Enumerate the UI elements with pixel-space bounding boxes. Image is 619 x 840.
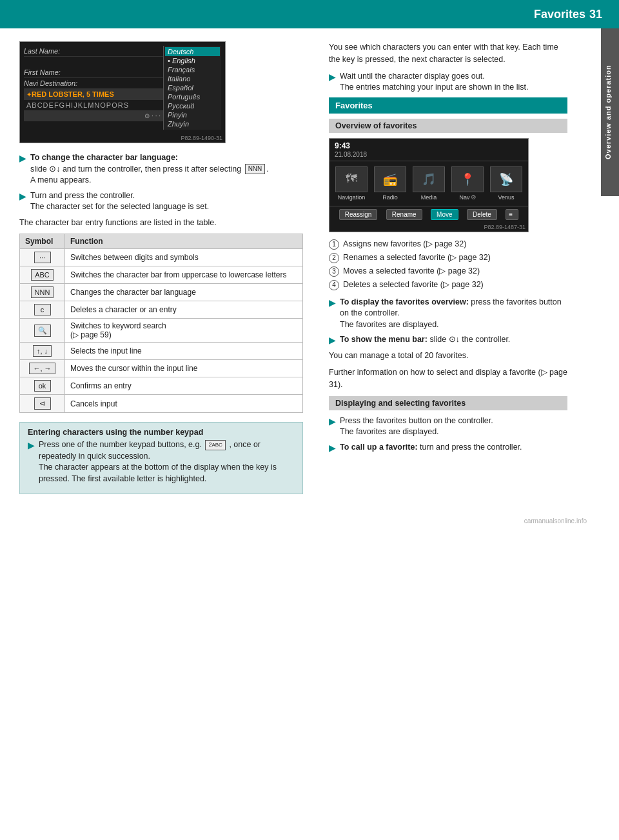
func-keyword-search: Switches to keyword search(▷ page 59) <box>65 319 303 343</box>
table-header-symbol: Symbol <box>20 234 65 249</box>
num-item-1: 1 Assigns new favorites (▷ page 32) <box>329 239 567 250</box>
fav-reassign-btn[interactable]: Reassign <box>339 209 378 220</box>
page-number: 31 <box>585 4 606 25</box>
bullet-press-text: Press the favorites button on the contro… <box>340 415 493 438</box>
bullet-display-bold: To display the favorites overview: <box>340 297 469 306</box>
symbol-nnn: NNN <box>31 286 54 298</box>
func-delete-char: Deletes a character or an entry <box>65 301 303 319</box>
keypad-text1: Press one of the number keypad buttons, … <box>39 440 204 449</box>
symbol-leftright: ←, → <box>29 363 55 374</box>
bullet-call-text: turn and press the controller. <box>420 443 522 452</box>
func-move-cursor: Moves the cursor within the input line <box>65 360 303 377</box>
screenshot-label: P82.89-1490-31 <box>20 134 225 143</box>
numbered-list: 1 Assigns new favorites (▷ page 32) 2 Re… <box>329 239 567 290</box>
further-info-text: Further information on how to select and… <box>329 366 567 391</box>
bullet2-text: Turn and press the controller.The charac… <box>30 191 209 212</box>
screen-dest-icon: ✦ <box>26 91 32 98</box>
bullet1-text2: . <box>266 165 268 174</box>
bullet-arrow-keypad: ▶ <box>28 440 35 450</box>
num-text-2: Renames a selected favorite (▷ page 32) <box>343 252 491 262</box>
bullet-display-favorites: ▶ To display the favorites overview: pre… <box>329 297 567 331</box>
bullet-arrow-wait: ▶ <box>329 72 336 82</box>
fav-move-btn[interactable]: Move <box>431 209 458 220</box>
symbol-updown: ↑, ↓ <box>33 345 52 357</box>
fav-extra-btn[interactable]: ≡ <box>506 209 518 220</box>
info-box-title: Entering characters using the number key… <box>28 428 295 437</box>
screen-bottom-icons: ⊙ · · · <box>144 112 161 119</box>
bullet-call-bold: To call up a favorite: <box>340 443 418 452</box>
num-item-2: 2 Renames a selected favorite (▷ page 32… <box>329 252 567 263</box>
fav-icon-nav-label: Navigation <box>338 194 366 201</box>
fav-icon-media: 🎵 Media <box>413 166 445 201</box>
fav-icon-radio-label: Radio <box>382 194 398 201</box>
bullet-arrow-press: ▶ <box>329 416 336 426</box>
screen-pinyin: Pinyin <box>165 110 220 119</box>
fav-icon-media-box: 🎵 <box>413 166 445 192</box>
function-table: Symbol Function ··· Switches between dig… <box>19 234 303 413</box>
fav-screenshot-label: P82.89-1487-31 <box>329 223 528 232</box>
fav-icon-radio: 📻 Radio <box>374 166 406 201</box>
num-badge-1: 1 <box>329 239 339 250</box>
overview-subheader: Overview of favorites <box>329 119 567 133</box>
page-header: Favorites 31 <box>0 0 619 28</box>
func-digits-symbols: Switches between digits and symbols <box>65 249 303 266</box>
fav-icon-nav-box: 🗺 <box>335 166 368 192</box>
screen-dest-text: RED LOBSTER, 5 TIMES <box>32 90 114 98</box>
func-select-input: Selects the input line <box>65 343 303 360</box>
table-header-function: Function <box>65 234 303 249</box>
fav-time: 9:43 <box>335 141 350 150</box>
symbol-ok: ok <box>34 380 51 392</box>
fav-icon-media-label: Media <box>421 194 437 201</box>
fav-icon-venus-box: 📡 <box>490 166 522 192</box>
screen-zhuyin: Zhuyin <box>165 119 220 128</box>
bullet-wait: ▶ Wait until the character display goes … <box>329 71 567 94</box>
favorites-section-header: Favorites <box>329 97 567 114</box>
bullet-call-up: ▶ To call up a favorite: turn and press … <box>329 442 567 454</box>
main-content: Last Name: First Name: Navi Destination:… <box>0 28 619 515</box>
fav-icons-row: 🗺 Navigation 📻 Radio 🎵 Media 📍 Nav ® 📡 <box>329 161 528 206</box>
screen-english: • English <box>165 56 220 65</box>
screen-francais: Français <box>165 65 220 74</box>
fav-rename-btn[interactable]: Rename <box>386 209 422 220</box>
screen-navi-label: Navi Destination: <box>24 79 77 87</box>
character-bar-screenshot: Last Name: First Name: Navi Destination:… <box>19 41 226 143</box>
num-badge-2: 2 <box>329 253 339 263</box>
symbol-dots: ··· <box>34 252 51 263</box>
num-badge-4: 4 <box>329 280 339 290</box>
num-text-1: Assigns new favorites (▷ page 32) <box>343 239 466 248</box>
table-row: 🔍 Switches to keyword search(▷ page 59) <box>20 319 303 343</box>
func-uppercase-lowercase: Switches the character bar from uppercas… <box>65 266 303 284</box>
bullet-keypad: ▶ Press one of the number keypad buttons… <box>28 439 295 485</box>
bullet-arrow-menu: ▶ <box>329 335 336 345</box>
fav-top-bar: 9:43 21.08.2018 <box>329 139 528 161</box>
fav-date: 21.08.2018 <box>335 151 367 158</box>
symbol-cancel: ⊲ <box>34 397 51 410</box>
func-cancel-input: Cancels input <box>65 395 303 413</box>
displaying-section-header: Displaying and selecting favorites <box>329 396 567 410</box>
fav-icon-nav2-label: Nav ® <box>459 194 475 201</box>
fav-icon-nav2-box: 📍 <box>451 166 484 192</box>
num-badge-3: 3 <box>329 266 339 277</box>
right-intro-text: You see which characters you can enter w… <box>329 41 567 66</box>
table-row: ··· Switches between digits and symbols <box>20 249 303 266</box>
bullet-show-menu: ▶ To show the menu bar: slide ⊙↓ the con… <box>329 334 567 346</box>
screen-espanol: Español <box>165 83 220 92</box>
left-column: Last Name: First Name: Navi Destination:… <box>0 41 316 515</box>
screen-first-name-label: First Name: <box>24 68 127 76</box>
fav-icon-venus-label: Venus <box>498 194 514 201</box>
table-row: ←, → Moves the cursor within the input l… <box>20 360 303 377</box>
intro-text: The character bar entry functions are li… <box>19 217 303 229</box>
favorites-screenshot: 9:43 21.08.2018 🗺 Navigation 📻 Radio 🎵 M… <box>329 138 529 232</box>
num-item-3: 3 Moves a selected favorite (▷ page 32) <box>329 266 567 277</box>
table-row: ok Confirms an entry <box>20 377 303 395</box>
footer-logo: carmanualsonline.info <box>0 515 619 527</box>
num-item-4: 4 Deletes a selected favorite (▷ page 32… <box>329 279 567 290</box>
fav-icon-venus: 📡 Venus <box>490 166 522 201</box>
bullet-change-lang: ▶ To change the character bar language: … <box>19 152 303 186</box>
fav-delete-btn[interactable]: Delete <box>467 209 497 220</box>
table-row: ABC Switches the character bar from uppe… <box>20 266 303 284</box>
table-row: ⊲ Cancels input <box>20 395 303 413</box>
bullet-wait-text: Wait until the character display goes ou… <box>340 71 529 94</box>
table-row: NNN Changes the character bar language <box>20 284 303 301</box>
table-row: ↑, ↓ Selects the input line <box>20 343 303 360</box>
